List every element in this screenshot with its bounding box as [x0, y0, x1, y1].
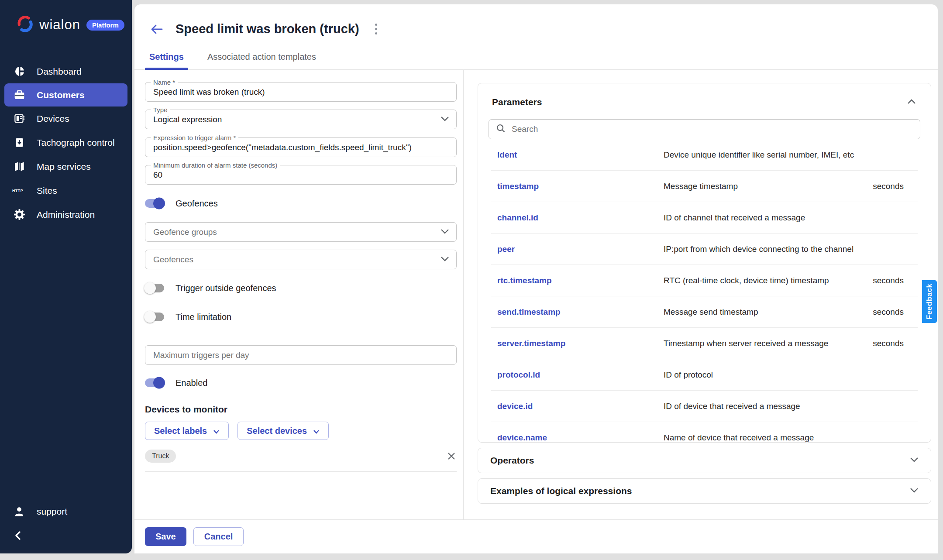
- sidebar-item-administration[interactable]: Administration: [0, 203, 132, 227]
- sidebar-item-label: Devices: [37, 113, 69, 124]
- max-triggers-input[interactable]: [153, 350, 448, 360]
- sidebar-item-label: Dashboard: [37, 66, 82, 77]
- page-header: Speed limit was broken (truck): [134, 4, 938, 46]
- http-icon: HTTP: [12, 187, 26, 195]
- tachograph-icon: [12, 137, 26, 148]
- sidebar-footer: support: [0, 501, 132, 542]
- tab-associated-action-templates[interactable]: Associated action templates: [207, 46, 327, 69]
- form-actions: Save Cancel: [134, 519, 938, 553]
- geofences-toggle[interactable]: [145, 199, 164, 208]
- parameter-row: server.timestampTimestamp when server re…: [491, 328, 918, 359]
- enabled-toggle[interactable]: [145, 378, 164, 387]
- time-limitation-label: Time limitation: [176, 312, 231, 322]
- remove-label-button[interactable]: [446, 451, 457, 461]
- trigger-outside-geofences-toggle[interactable]: [145, 284, 164, 292]
- parameter-name-link[interactable]: device.name: [497, 433, 664, 443]
- parameter-name-link[interactable]: protocol.id: [497, 370, 664, 380]
- parameter-name-link[interactable]: send.timestamp: [497, 307, 664, 317]
- chevron-up-icon: [907, 99, 916, 104]
- parameter-row: device.idID of device that received a me…: [491, 391, 918, 422]
- time-limitation-toggle[interactable]: [145, 313, 164, 321]
- sidebar-collapse-button[interactable]: [14, 531, 132, 542]
- feedback-tab[interactable]: Feedback: [922, 280, 937, 323]
- sidebar-item-dashboard[interactable]: Dashboard: [0, 59, 132, 83]
- app-window: wialon Platform DashboardCustomersDevice…: [0, 0, 943, 560]
- sidebar: wialon Platform DashboardCustomersDevice…: [0, 0, 132, 553]
- sidebar-nav: DashboardCustomersDevicesTachograph cont…: [0, 59, 132, 227]
- geofences-placeholder: Geofences: [153, 255, 193, 265]
- chevron-down-icon: [910, 487, 919, 495]
- geofence-groups-select[interactable]: Geofence groups: [145, 222, 457, 242]
- select-labels-button[interactable]: Select labels: [145, 422, 229, 440]
- parameters-search[interactable]: [489, 119, 920, 139]
- parameter-unit: seconds: [873, 182, 904, 191]
- chevron-down-icon: [910, 457, 919, 464]
- parameter-name-link[interactable]: server.timestamp: [497, 339, 664, 348]
- sidebar-item-label: Administration: [37, 210, 95, 220]
- parameter-name-link[interactable]: channel.id: [497, 213, 664, 223]
- wialon-logo-icon: [16, 15, 34, 35]
- sidebar-item-label: Sites: [37, 186, 57, 196]
- sidebar-item-customers[interactable]: Customers: [4, 83, 127, 107]
- parameter-name-link[interactable]: peer: [497, 244, 664, 254]
- enabled-toggle-row: Enabled: [145, 376, 457, 389]
- back-button[interactable]: [149, 23, 164, 36]
- sidebar-item-label: Tachograph control: [37, 137, 115, 148]
- operators-card[interactable]: Operators: [478, 448, 931, 473]
- kebab-menu-button[interactable]: [372, 21, 380, 37]
- select-devices-button[interactable]: Select devices: [237, 422, 329, 440]
- expression-field[interactable]: Expression to trigger alarm *: [145, 137, 457, 157]
- sidebar-item-support[interactable]: support: [0, 501, 132, 522]
- briefcase-icon: [12, 89, 26, 101]
- cancel-button[interactable]: Cancel: [193, 527, 244, 546]
- parameter-row: protocol.idID of protocol: [491, 359, 918, 391]
- devices-icon: [12, 113, 26, 124]
- sidebar-item-devices[interactable]: Devices: [0, 107, 132, 131]
- parameter-row: peerIP:port from which device connecting…: [491, 234, 918, 265]
- type-select-value: Logical expression: [153, 115, 222, 124]
- sidebar-item-map-services[interactable]: Map services: [0, 155, 132, 179]
- enabled-toggle-label: Enabled: [176, 378, 207, 388]
- person-icon: [12, 506, 26, 517]
- max-triggers-field[interactable]: [145, 345, 457, 365]
- min-duration-field[interactable]: Minimum duration of alarm state (seconds…: [145, 165, 457, 185]
- parameter-description: Device unique identifier like serial num…: [664, 150, 904, 160]
- parameter-unit: seconds: [873, 307, 904, 317]
- platform-badge: Platform: [86, 20, 124, 31]
- chevron-left-icon: [14, 534, 22, 542]
- sidebar-item-label: Map services: [37, 161, 91, 172]
- sidebar-item-tachograph-control[interactable]: Tachograph control: [0, 131, 132, 155]
- save-button[interactable]: Save: [145, 527, 186, 546]
- name-input[interactable]: [153, 87, 448, 97]
- reference-panel: Parameters identDevice unique identifier…: [478, 83, 931, 504]
- expression-input[interactable]: [153, 143, 448, 152]
- name-field[interactable]: Name *: [145, 82, 457, 102]
- examples-card[interactable]: Examples of logical expressions: [478, 478, 931, 504]
- app-logo: wialon Platform: [0, 0, 132, 35]
- expression-field-label: Expression to trigger alarm *: [151, 134, 238, 141]
- main-content: Speed limit was broken (truck) SettingsA…: [134, 4, 938, 553]
- parameter-row: send.timestampMessage send timestampseco…: [491, 296, 918, 328]
- parameter-description: IP:port from which device connecting to …: [664, 244, 904, 254]
- name-field-label: Name *: [151, 79, 178, 86]
- tab-settings[interactable]: Settings: [149, 46, 195, 69]
- map-icon: [12, 161, 26, 172]
- sidebar-item-sites[interactable]: HTTPSites: [0, 179, 132, 203]
- parameter-row: identDevice unique identifier like seria…: [491, 139, 918, 171]
- collapse-parameters-button[interactable]: [905, 96, 918, 108]
- parameter-name-link[interactable]: rtc.timestamp: [497, 276, 664, 285]
- parameter-description: ID of protocol: [664, 370, 904, 380]
- type-select[interactable]: Type Logical expression: [145, 110, 457, 129]
- parameter-name-link[interactable]: device.id: [497, 402, 664, 411]
- sidebar-item-label: Customers: [37, 90, 85, 100]
- geofences-select[interactable]: Geofences: [145, 250, 457, 269]
- min-duration-input[interactable]: [153, 170, 448, 180]
- parameter-row: rtc.timestampRTC (real-time clock, devic…: [491, 265, 918, 296]
- logo-wordmark: wialon: [39, 17, 80, 33]
- search-input[interactable]: [512, 124, 913, 134]
- parameter-name-link[interactable]: timestamp: [497, 182, 664, 191]
- parameters-card-header: Parameters: [489, 83, 920, 108]
- label-chip-truck: Truck: [145, 450, 176, 463]
- parameter-description: RTC (real-time clock, device time) times…: [664, 276, 873, 285]
- parameter-name-link[interactable]: ident: [497, 150, 664, 160]
